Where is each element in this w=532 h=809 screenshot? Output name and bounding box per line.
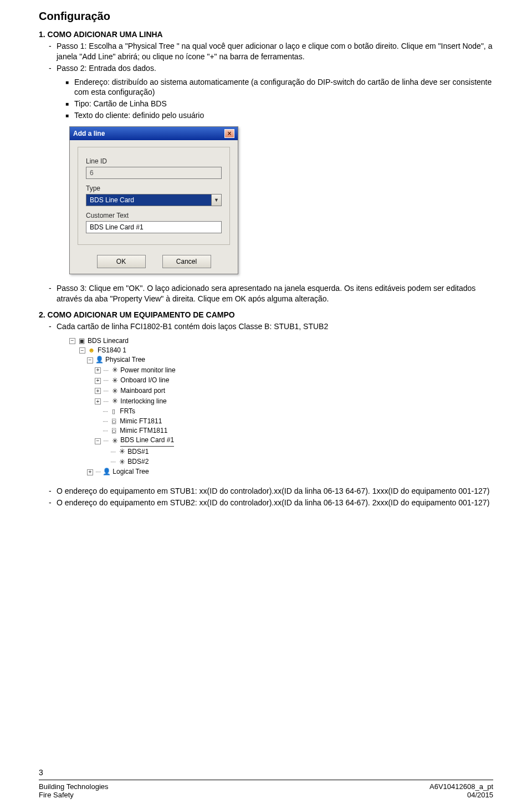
node-icon: ✳ [110, 365, 118, 376]
tree-node[interactable]: ····⌼Mimic FTM1811 [69, 426, 493, 436]
tree-label: Power monitor line [120, 366, 175, 375]
cancel-button[interactable]: Cancel [162, 255, 211, 268]
bullet-type: Tipo: Cartão de Linha BDS [65, 99, 493, 109]
bullet-clienttext: Texto do cliente: definido pelo usuário [65, 110, 493, 121]
dialog-titlebar: Add a line × [70, 127, 238, 140]
dialog-title: Add a line [73, 130, 105, 137]
minus-icon[interactable]: − [95, 438, 101, 444]
plus-icon[interactable]: + [87, 469, 93, 475]
panel-icon: ▣ [78, 336, 85, 346]
close-icon[interactable]: × [224, 129, 234, 138]
step3-text: Passo 3: Clique em "OK". O laço adiciona… [49, 283, 493, 304]
footer-right-1: A6V10412608_a_pt [429, 782, 493, 791]
type-label: Type [86, 185, 222, 192]
ok-button[interactable]: OK [97, 255, 146, 268]
tree-label: BDS Linecard [88, 336, 129, 346]
smile-icon: ☻ [88, 346, 95, 355]
customer-text-label: Customer Text [86, 212, 222, 219]
plus-icon[interactable]: + [95, 367, 101, 373]
minus-icon[interactable]: − [69, 338, 75, 344]
frt-icon: ▯ [110, 407, 117, 416]
tree-node[interactable]: +····✳Mainboard port [69, 386, 493, 397]
footer-left-1: Building Technologies [39, 782, 109, 791]
page-number: 3 [39, 768, 43, 777]
physical-tree-view: −▣BDS Linecard −☻FS1840 1 −👤Physical Tre… [69, 336, 493, 477]
step1-text: Passo 1: Escolha a "Physical Tree " na q… [49, 41, 493, 62]
tree-node[interactable]: −👤Physical Tree [69, 355, 493, 365]
node-icon: ✳ [110, 376, 118, 386]
step1-heading: 1. COMO ADICIONAR UMA LINHA [39, 29, 493, 40]
section-heading: Configuração [39, 10, 493, 23]
node-icon: ✳ [110, 386, 118, 397]
tree-node[interactable]: ····✳BDS#1 [69, 447, 493, 457]
tree-label: BDS#2 [127, 457, 149, 467]
line-id-label: Line ID [86, 157, 222, 165]
person-icon: 👤 [95, 355, 103, 365]
node-icon: ✳ [110, 436, 118, 447]
node-icon: ✳ [110, 396, 118, 407]
tree-label: BDS Line Card #1 [120, 436, 174, 444]
tree-label: Mainboard port [120, 386, 165, 396]
tree-label: Logical Tree [112, 467, 149, 477]
node-icon: ✳ [117, 457, 125, 468]
person-icon: 👤 [103, 467, 110, 477]
stub1-text: O endereço do equipamento em STUB1: xx(I… [49, 486, 493, 496]
node-icon: ✳ [117, 447, 125, 457]
tree-node[interactable]: ····⌼Mimic FT1811 [69, 417, 493, 426]
page-footer: Building Technologies A6V10412608_a_pt F… [39, 780, 493, 799]
mimic-icon: ⌼ [110, 417, 117, 426]
tree-label: Mimic FTM1811 [120, 426, 167, 436]
tree-node[interactable]: +····✳Onboard I/O line [69, 376, 493, 386]
dialog-group: Line ID Type ▼ Customer Text [78, 147, 230, 245]
tree-node[interactable]: +····✳Power monitor line [69, 365, 493, 376]
tree-label: Onboard I/O line [120, 376, 169, 385]
bullet-address: Endereço: distribuído ao sistema automat… [65, 77, 493, 98]
footer-left-2: Fire Safety [39, 791, 74, 799]
tree-node[interactable]: ····✳BDS#2 [69, 457, 493, 468]
type-select[interactable] [86, 194, 222, 206]
customer-text-field[interactable] [86, 221, 222, 233]
tree-node[interactable]: −☻FS1840 1 [69, 346, 493, 355]
plus-icon[interactable]: + [95, 388, 101, 394]
plus-icon[interactable]: + [95, 378, 101, 384]
tree-label: FRTs [120, 407, 135, 416]
tree-label: FS1840 1 [98, 346, 126, 355]
minus-icon[interactable]: − [87, 357, 93, 363]
tree-label: Mimic FT1811 [120, 417, 162, 426]
add-line-dialog: Add a line × Line ID Type ▼ Customer Tex… [69, 126, 238, 274]
stub2-text: O endereço do equipamento em STUB2: xx(I… [49, 498, 493, 508]
tree-label: BDS#1 [127, 447, 149, 457]
line-id-field [86, 167, 222, 179]
tree-node[interactable]: +····✳Interlocking line [69, 396, 493, 407]
footer-right-2: 04/2015 [467, 791, 493, 799]
tree-label: Interlocking line [120, 397, 166, 406]
tree-node[interactable]: ····▯FRTs [69, 407, 493, 416]
tree-label: Physical Tree [105, 355, 145, 365]
plus-icon[interactable]: + [95, 398, 101, 404]
tree-node[interactable]: +····👤Logical Tree [69, 467, 493, 477]
step2-heading: 2. COMO ADICIONAR UM EQUIPAMENTO DE CAMP… [39, 310, 493, 320]
mimic-icon: ⌼ [110, 426, 117, 436]
chevron-down-icon[interactable]: ▼ [211, 194, 221, 206]
tree-node[interactable]: −····✳BDS Line Card #1 [69, 436, 493, 446]
step2-sub-text: Cada cartão de linha FCI1802-B1 contém d… [49, 321, 493, 332]
tree-node[interactable]: −▣BDS Linecard [69, 336, 493, 346]
step2-text: Passo 2: Entrada dos dados. [49, 63, 493, 74]
minus-icon[interactable]: − [79, 347, 85, 354]
